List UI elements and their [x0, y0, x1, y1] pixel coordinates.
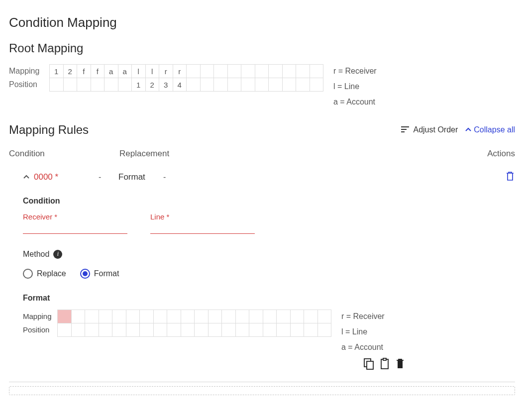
grid-cell[interactable] — [304, 310, 318, 323]
grid-cell[interactable] — [221, 310, 236, 323]
info-icon[interactable]: i — [53, 250, 62, 259]
grid-cell[interactable] — [57, 323, 72, 337]
grid-cell[interactable] — [249, 323, 263, 337]
grid-cell[interactable] — [227, 64, 242, 78]
copy-button[interactable] — [363, 358, 374, 370]
method-format-radio[interactable]: Format — [80, 269, 119, 279]
grid-cell[interactable] — [304, 323, 318, 337]
grid-cell[interactable]: 4 — [173, 78, 187, 92]
grid-cell[interactable] — [112, 323, 126, 337]
receiver-input[interactable] — [23, 222, 127, 234]
grid-cell[interactable]: r — [173, 64, 187, 78]
delete-format-button[interactable] — [395, 358, 405, 370]
grid-cell[interactable]: 3 — [159, 78, 173, 92]
grid-cell[interactable] — [167, 310, 181, 323]
grid-cell[interactable] — [241, 64, 255, 78]
grid-cell[interactable] — [186, 64, 201, 78]
add-rule-dropzone[interactable] — [9, 386, 515, 395]
grid-cell[interactable] — [290, 310, 305, 323]
format-mapping-cells[interactable] — [58, 310, 331, 323]
grid-cell[interactable] — [208, 310, 222, 323]
grid-cell[interactable]: f — [91, 64, 105, 78]
grid-cell[interactable] — [268, 78, 283, 92]
grid-cell[interactable] — [235, 310, 250, 323]
grid-cell[interactable] — [118, 78, 132, 92]
grid-cell[interactable]: 2 — [145, 78, 160, 92]
grid-cell[interactable] — [310, 64, 324, 78]
grid-cell[interactable] — [112, 310, 126, 323]
grid-cell[interactable] — [263, 323, 277, 337]
grid-cell[interactable] — [282, 64, 297, 78]
paste-button[interactable] — [379, 358, 390, 370]
grid-cell[interactable] — [153, 323, 168, 337]
grid-cell[interactable] — [255, 78, 269, 92]
grid-cell[interactable] — [282, 78, 297, 92]
collapse-all-button[interactable]: Collapse all — [465, 125, 515, 134]
rule-collapse-toggle[interactable] — [23, 174, 34, 181]
grid-cell[interactable] — [85, 310, 99, 323]
grid-cell[interactable] — [200, 78, 214, 92]
grid-cell[interactable] — [276, 310, 291, 323]
grid-cell[interactable] — [296, 64, 310, 78]
grid-cell[interactable] — [276, 323, 291, 337]
grid-cell[interactable] — [71, 323, 86, 337]
delete-rule-button[interactable] — [505, 171, 515, 182]
grid-cell[interactable]: 1 — [131, 78, 146, 92]
grid-cell[interactable] — [200, 64, 214, 78]
grid-cell[interactable] — [235, 323, 250, 337]
root-mapping-section: Mapping 12ffaallrr Position 1234 r = Rec… — [9, 64, 515, 109]
grid-cell[interactable]: 1 — [49, 64, 64, 78]
root-mapping-cells[interactable]: 12ffaallrr — [50, 64, 323, 78]
grid-cell[interactable] — [186, 78, 201, 92]
grid-cell[interactable] — [181, 310, 195, 323]
grid-cell[interactable] — [49, 78, 64, 92]
grid-cell[interactable] — [317, 323, 332, 337]
grid-cell[interactable] — [57, 310, 72, 323]
grid-cell[interactable] — [296, 78, 310, 92]
grid-cell[interactable] — [317, 310, 332, 323]
grid-cell[interactable]: f — [77, 64, 91, 78]
grid-cell[interactable] — [85, 323, 99, 337]
grid-cell[interactable] — [221, 323, 236, 337]
grid-cell[interactable] — [91, 78, 105, 92]
grid-cell[interactable] — [153, 310, 168, 323]
grid-cell[interactable] — [268, 64, 283, 78]
grid-cell[interactable] — [227, 78, 242, 92]
grid-cell[interactable] — [126, 310, 140, 323]
grid-cell[interactable]: a — [118, 64, 132, 78]
grid-cell[interactable]: l — [145, 64, 160, 78]
line-input[interactable] — [150, 222, 255, 234]
grid-cell[interactable] — [139, 310, 154, 323]
grid-cell[interactable] — [104, 78, 118, 92]
grid-cell[interactable]: l — [131, 64, 146, 78]
grid-cell[interactable] — [139, 323, 154, 337]
grid-cell[interactable]: 2 — [63, 64, 78, 78]
grid-cell[interactable] — [208, 323, 222, 337]
grid-cell[interactable] — [71, 310, 86, 323]
grid-cell[interactable] — [99, 310, 113, 323]
grid-cell[interactable] — [241, 78, 255, 92]
grid-cell[interactable] — [213, 78, 228, 92]
grid-cell[interactable] — [310, 78, 324, 92]
method-replace-radio[interactable]: Replace — [23, 269, 66, 279]
grid-cell[interactable] — [99, 323, 113, 337]
grid-cell[interactable] — [63, 78, 78, 92]
grid-cell[interactable] — [255, 64, 269, 78]
grid-cell[interactable] — [263, 310, 277, 323]
grid-cell[interactable] — [167, 323, 181, 337]
grid-cell[interactable] — [194, 310, 209, 323]
grid-cell[interactable] — [77, 78, 91, 92]
grid-cell[interactable] — [194, 323, 209, 337]
grid-cell[interactable]: a — [104, 64, 118, 78]
grid-cell[interactable] — [126, 323, 140, 337]
grid-cell[interactable] — [290, 323, 305, 337]
legend-item: l = Line — [333, 80, 377, 93]
format-section: Mapping Position r = Receiverl = Linea =… — [23, 310, 515, 354]
root-position-cells[interactable]: 1234 — [50, 78, 323, 92]
grid-cell[interactable] — [213, 64, 228, 78]
adjust-order-button[interactable]: Adjust Order — [401, 125, 458, 134]
grid-cell[interactable]: r — [159, 64, 173, 78]
grid-cell[interactable] — [181, 323, 195, 337]
format-position-cells[interactable] — [58, 323, 331, 337]
grid-cell[interactable] — [249, 310, 263, 323]
